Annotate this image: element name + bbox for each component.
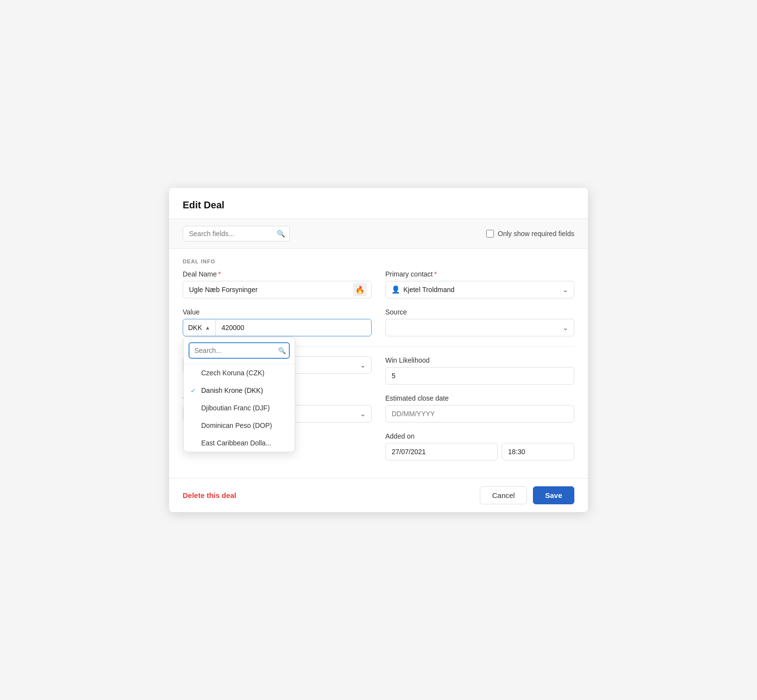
added-on-time-input[interactable] [502, 443, 574, 461]
col-source: Source ⌄ [385, 308, 574, 336]
col-value: Value DKK ▲ 🔍 Czech Koruna (C [183, 308, 372, 336]
source-select[interactable] [385, 319, 574, 336]
currency-item-dkk[interactable]: ✓ Danish Krone (DKK) [184, 382, 295, 399]
estimated-close-date-label: Estimated close date [385, 394, 574, 402]
person-icon: 👤 [391, 285, 400, 294]
search-icon: 🔍 [277, 230, 285, 238]
estimated-close-date-input[interactable] [385, 405, 574, 423]
search-bar-row: 🔍 Only show required fields [169, 219, 588, 249]
currency-code-label: DKK [188, 324, 202, 332]
col-primary-contact: Primary contact * 👤 Kjetel Troldmand ⌄ [385, 270, 574, 298]
added-on-fields [385, 443, 574, 461]
currency-list: Czech Koruna (CZK) ✓ Danish Krone (DKK) … [184, 364, 295, 452]
col-dates: Estimated close date [385, 394, 574, 423]
deal-name-required: * [218, 270, 221, 278]
row-deal-name-contact: Deal Name * 🔥 Primary contact * 👤 Kjetel… [183, 270, 574, 298]
edit-deal-modal: Edit Deal 🔍 Only show required fields DE… [169, 188, 588, 512]
source-label: Source [385, 308, 574, 316]
currency-search-input[interactable] [189, 342, 290, 359]
col-added-on: Added on [385, 432, 574, 461]
primary-contact-select[interactable]: Kjetel Troldmand [385, 281, 574, 298]
currency-item-czk[interactable]: Czech Koruna (CZK) [184, 364, 295, 382]
currency-search-icon: 🔍 [278, 347, 286, 354]
delete-deal-button[interactable]: Delete this deal [183, 491, 236, 499]
footer-actions: Cancel Save [480, 486, 574, 504]
col-deal-name: Deal Name * 🔥 [183, 270, 372, 298]
currency-item-dop[interactable]: Dominican Peso (DOP) [184, 417, 295, 434]
checkmark-icon: ✓ [190, 387, 196, 394]
deal-info-section-label: DEAL INFO [169, 249, 588, 270]
currency-select-button[interactable]: DKK ▲ [183, 319, 216, 336]
currency-search-wrap: 🔍 [184, 337, 295, 364]
deal-name-wrap: 🔥 [183, 281, 372, 298]
source-select-wrap: ⌄ [385, 319, 574, 336]
row-value-source: Value DKK ▲ 🔍 Czech Koruna (C [183, 308, 574, 336]
added-on-date-input[interactable] [385, 443, 498, 461]
required-fields-checkbox[interactable] [486, 230, 494, 238]
modal-footer: Delete this deal Cancel Save [169, 478, 588, 512]
form-body: Deal Name * 🔥 Primary contact * 👤 Kjetel… [169, 270, 588, 478]
currency-dropdown: 🔍 Czech Koruna (CZK) ✓ Danish Krone (DKK… [183, 337, 295, 452]
search-input[interactable] [183, 226, 290, 241]
primary-contact-required: * [434, 270, 436, 278]
modal-header: Edit Deal [169, 188, 588, 219]
col-win-likelihood: Win Likelihood [385, 356, 574, 385]
value-field-wrap: DKK ▲ 🔍 Czech Koruna (CZK) ✓ [183, 319, 372, 336]
win-likelihood-input[interactable] [385, 367, 574, 385]
required-fields-label: Only show required fields [498, 230, 574, 238]
amount-input[interactable] [216, 319, 371, 336]
required-fields-wrap: Only show required fields [486, 230, 574, 238]
currency-item-djf[interactable]: Djiboutian Franc (DJF) [184, 399, 295, 417]
value-label: Value [183, 308, 372, 316]
added-on-label: Added on [385, 432, 574, 440]
cancel-button[interactable]: Cancel [480, 486, 527, 504]
field-search-wrap: 🔍 [183, 226, 290, 241]
currency-chevron-icon: ▲ [205, 325, 210, 331]
deal-name-icon-button[interactable]: 🔥 [353, 283, 367, 296]
deal-name-input[interactable] [183, 281, 372, 298]
win-likelihood-label: Win Likelihood [385, 356, 574, 364]
primary-contact-label: Primary contact * [385, 270, 574, 278]
save-button[interactable]: Save [533, 486, 574, 504]
primary-contact-select-wrap: 👤 Kjetel Troldmand ⌄ [385, 281, 574, 298]
currency-item-xcd[interactable]: East Caribbean Dolla... [184, 434, 295, 452]
page-title: Edit Deal [183, 200, 574, 211]
deal-name-label: Deal Name * [183, 270, 372, 278]
